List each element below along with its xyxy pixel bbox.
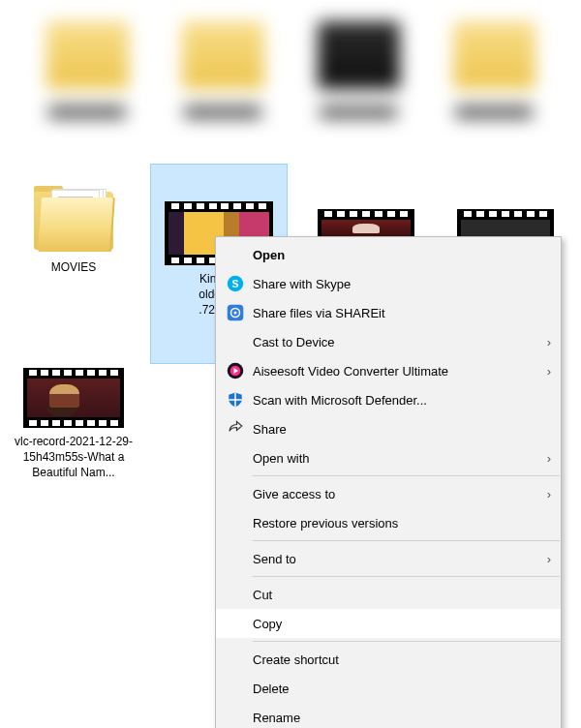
menu-item-rename[interactable]: Rename xyxy=(216,703,561,728)
skype-icon: S xyxy=(224,274,247,293)
menu-label: Copy xyxy=(253,617,551,631)
menu-label: Cut xyxy=(253,588,551,602)
menu-item-cut[interactable]: Cut xyxy=(216,580,561,609)
folder-icon xyxy=(30,184,117,254)
context-menu: Open S Share with Skype Share files via … xyxy=(215,236,562,728)
menu-item-copy[interactable]: Copy xyxy=(216,609,561,638)
svg-point-4 xyxy=(234,312,237,315)
chevron-right-icon: › xyxy=(537,335,551,349)
menu-item-delete[interactable]: Delete xyxy=(216,674,561,703)
menu-item-restore[interactable]: Restore previous versions xyxy=(216,508,561,537)
menu-label: Send to xyxy=(253,552,537,566)
svg-text:S: S xyxy=(231,278,238,289)
menu-label: Give access to xyxy=(253,487,537,501)
menu-label: Open with xyxy=(253,451,537,466)
blank-icon xyxy=(224,650,247,669)
menu-label: Rename xyxy=(253,711,551,725)
menu-separator xyxy=(253,576,560,577)
menu-item-give-access[interactable]: Give access to › xyxy=(216,479,561,508)
file-item-vlc-record[interactable]: vlc-record-2021-12-29-15h43m55s-What a B… xyxy=(6,364,141,484)
chevron-right-icon: › xyxy=(537,364,551,379)
video-file-icon xyxy=(23,368,124,428)
menu-item-open-with[interactable]: Open with › xyxy=(216,443,561,472)
menu-item-aiseesoft[interactable]: Aiseesoft Video Converter Ultimate › xyxy=(216,356,561,385)
chevron-right-icon: › xyxy=(537,552,551,566)
aiseesoft-icon xyxy=(224,361,247,380)
menu-item-cast[interactable]: Cast to Device › xyxy=(216,327,561,356)
menu-label: Open xyxy=(253,248,551,262)
menu-label: Restore previous versions xyxy=(253,516,551,531)
menu-separator xyxy=(253,641,560,642)
blurred-folder-row xyxy=(0,8,581,163)
menu-label: Share xyxy=(253,422,551,437)
chevron-right-icon: › xyxy=(537,487,551,501)
menu-item-defender[interactable]: Scan with Microsoft Defender... xyxy=(216,385,561,414)
menu-label: Share with Skype xyxy=(253,277,551,291)
menu-item-share[interactable]: Share xyxy=(216,414,561,443)
blank-icon xyxy=(224,708,247,727)
menu-item-create-shortcut[interactable]: Create shortcut xyxy=(216,645,561,674)
blank-icon xyxy=(224,614,247,633)
blank-icon xyxy=(224,513,247,532)
blank-icon xyxy=(224,585,247,604)
shareit-icon xyxy=(224,303,247,322)
svg-rect-9 xyxy=(229,399,242,401)
blank-icon xyxy=(224,484,247,503)
menu-label: Create shortcut xyxy=(253,652,551,667)
blank-icon xyxy=(224,448,247,468)
file-label: vlc-record-2021-12-29-15h43m55s-What a B… xyxy=(11,434,137,480)
menu-label: Delete xyxy=(253,682,551,696)
blank-icon xyxy=(224,332,247,351)
folder-label: MOVIES xyxy=(11,259,137,275)
menu-item-share-skype[interactable]: S Share with Skype xyxy=(216,269,561,298)
menu-separator xyxy=(253,540,560,541)
menu-item-open[interactable]: Open xyxy=(216,240,561,269)
folder-item-movies[interactable]: MOVIES xyxy=(6,180,141,279)
defender-shield-icon xyxy=(224,390,247,410)
menu-label: Aiseesoft Video Converter Ultimate xyxy=(253,364,537,379)
menu-label: Scan with Microsoft Defender... xyxy=(253,393,551,408)
menu-item-shareit[interactable]: Share files via SHAREit xyxy=(216,298,561,327)
blank-icon xyxy=(224,679,247,698)
menu-item-send-to[interactable]: Send to › xyxy=(216,544,561,573)
blank-icon xyxy=(224,549,247,568)
chevron-right-icon: › xyxy=(537,451,551,466)
menu-separator xyxy=(253,475,560,476)
share-arrow-icon xyxy=(224,419,247,439)
menu-label: Share files via SHAREit xyxy=(253,306,551,320)
blank-icon xyxy=(224,245,247,264)
menu-label: Cast to Device xyxy=(253,335,537,349)
